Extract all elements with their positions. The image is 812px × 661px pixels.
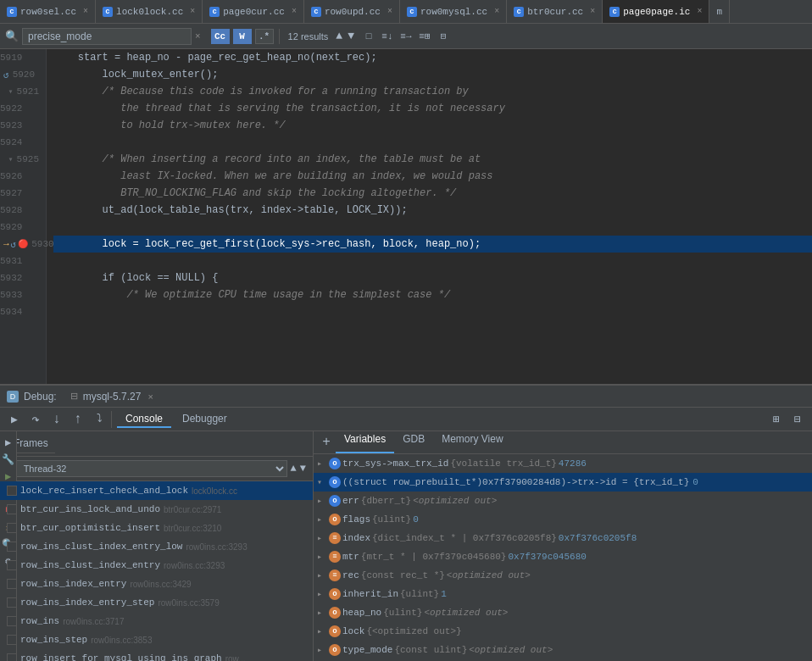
close-lock0lock[interactable]: × [190, 7, 195, 16]
debug-close-btn[interactable]: × [147, 392, 153, 402]
step-out-btn[interactable]: ↑ [69, 410, 87, 429]
var-expand-icon[interactable]: ▸ [317, 533, 327, 543]
step-over-btn[interactable]: ↷ [26, 410, 45, 429]
filter-btn[interactable]: ≡→ [398, 29, 414, 44]
close-row0upd[interactable]: × [387, 7, 392, 16]
var-row[interactable]: ▾o ((struct row_prebuilt_t*)0x7f37900284… [314, 473, 812, 492]
frame-item[interactable]: row_ins row0ins.cc:3717 [0, 612, 313, 630]
var-name: inherit_in [342, 589, 398, 599]
tab-more[interactable]: m [709, 0, 730, 24]
code-line-5927: BTR_NO_LOCKING_FLAG and skip the locking… [53, 185, 812, 202]
frame-item[interactable]: row_ins_clust_index_entry row0ins.cc:329… [0, 556, 313, 575]
var-expand-icon[interactable]: ▸ [317, 552, 327, 562]
var-expand-icon[interactable]: ▸ [317, 645, 327, 655]
var-row[interactable]: ▸o type_mode {const ulint} <optimized ou… [314, 641, 812, 659]
var-expand-icon[interactable]: ▸ [317, 458, 327, 469]
run-to-cursor-btn[interactable]: ⤵ [90, 410, 108, 429]
code-line-5920: lock_mutex_enter(); [53, 66, 812, 83]
debug-toolbar: ▶ ↷ ↓ ↑ ⤵ Console Debugger ⊞ ⊟ [0, 408, 812, 431]
thread-dropdown[interactable]: Thread-32 [16, 460, 287, 477]
whole-word-btn[interactable]: W [233, 29, 252, 44]
settings-btn[interactable]: ≡⊞ [416, 29, 433, 44]
var-row[interactable]: ▸≡ rec {const rec_t *} <optimized out> [314, 566, 812, 585]
expand-btn[interactable]: □ [360, 29, 377, 44]
var-value: 0x7f376c0205f8 [559, 533, 637, 543]
vars-add-btn[interactable]: + [317, 431, 336, 453]
var-type-str: {ulint} [383, 608, 422, 618]
frame-file: row0ins.cc:3293 [164, 561, 225, 570]
tab-row0mysql[interactable]: c row0mysql.cc × [400, 0, 507, 24]
close-page0page[interactable]: × [697, 7, 702, 16]
var-type-str: {volatile trx_id_t} [450, 458, 556, 469]
search-icon[interactable]: 🔍 [5, 30, 19, 43]
var-expand-icon[interactable]: ▾ [317, 477, 327, 487]
frame-item[interactable]: btr_cur_ins_lock_and_undo btr0cur.cc:297… [0, 500, 313, 519]
tab-debugger[interactable]: Debugger [174, 411, 236, 428]
restore-btn[interactable]: ⊞ [767, 410, 786, 429]
frames-header-row: Frames [0, 431, 313, 457]
resume-btn[interactable]: ▶ [5, 410, 24, 429]
case-sensitive-btn[interactable]: Cc [211, 29, 230, 44]
frame-item[interactable]: row_ins_step row0ins.cc:3853 [0, 630, 313, 649]
frame-item[interactable]: lock_rec_insert_check_and_lock lock0lock… [0, 481, 313, 500]
search-clear-btn[interactable]: × [195, 31, 201, 42]
var-row[interactable]: ▸o flags {ulint} 0 [314, 510, 812, 529]
thread-up-btn[interactable]: ▲ [291, 463, 297, 475]
code-line-5934 [53, 303, 812, 320]
split-btn[interactable]: ⊟ [788, 410, 807, 429]
close-row0mysql[interactable]: × [494, 7, 499, 16]
prev-result-btn[interactable]: ▲ [336, 30, 342, 42]
var-row[interactable]: ▸o lock {<optimized out>} [314, 622, 812, 641]
frame-item[interactable]: row_ins_index_entry_step row0ins.cc:3579 [0, 593, 313, 612]
tab-lock0lock[interactable]: c lock0lock.cc × [96, 0, 203, 24]
tab-console[interactable]: Console [117, 411, 171, 428]
side-resume-icon[interactable]: ▶ [1, 435, 16, 450]
code-line-5923: to hold trx->mutex here. */ [53, 117, 812, 134]
tab-btr0cur[interactable]: c btr0cur.cc × [507, 0, 603, 24]
var-expand-icon[interactable]: ▸ [317, 514, 327, 525]
var-row[interactable]: ▸o heap_no {ulint} <optimized out> [314, 603, 812, 622]
frame-file: row0ins.cc:3717 [63, 617, 124, 626]
thread-down-btn[interactable]: ▼ [300, 463, 306, 475]
filter-icon-btn[interactable]: ⊟ [435, 29, 452, 44]
var-row[interactable]: ▸o inherit_in {ulint} 1 [314, 585, 812, 603]
close-row0sel[interactable]: × [83, 7, 88, 16]
var-type-str: {<optimized out>} [366, 626, 461, 636]
var-value: 1 [441, 589, 447, 599]
code-line-5933: /* We optimize CPU time usage in the sim… [53, 286, 812, 303]
var-value: 0 [413, 514, 419, 525]
close-btr0cur[interactable]: × [590, 7, 595, 16]
code-line-5932: if (lock == NULL) { [53, 269, 812, 286]
var-row[interactable]: ▸o trx_sys->max_trx_id {volatile trx_id_… [314, 454, 812, 473]
tab-variables[interactable]: Variables [336, 431, 394, 453]
frame-item[interactable]: row_insert_for_mysql_using_ins_graph row… [0, 649, 313, 661]
var-expand-icon[interactable]: ▸ [317, 626, 327, 636]
tab-row0upd[interactable]: c row0upd.cc × [304, 0, 400, 24]
debug-session: mysql-5.7.27 [83, 391, 142, 403]
frame-file: row0ins.cc:3429 [130, 580, 191, 589]
var-expand-icon[interactable]: ▸ [317, 570, 327, 580]
var-expand-icon[interactable]: ▸ [317, 608, 327, 618]
tab-page0page[interactable]: c page0page.ic × [603, 0, 709, 24]
tab-page0cur[interactable]: c page0cur.cc × [203, 0, 304, 24]
frame-icon [7, 635, 17, 645]
code-line-5931 [53, 253, 812, 269]
multiline-btn[interactable]: ≡↓ [379, 29, 396, 44]
next-result-btn[interactable]: ▼ [348, 30, 354, 42]
var-expand-icon[interactable]: ▸ [317, 496, 327, 506]
frame-item[interactable]: row_ins_clust_index_entry_low row0ins.cc… [0, 537, 313, 556]
search-input[interactable] [22, 28, 192, 45]
frame-item[interactable]: btr_cur_optimistic_insert btr0cur.cc:321… [0, 519, 313, 537]
var-expand-icon[interactable]: ▸ [317, 589, 327, 599]
tab-gdb[interactable]: GDB [394, 431, 433, 453]
step-into-btn[interactable]: ↓ [47, 410, 66, 429]
tab-row0sel[interactable]: c row0sel.cc × [0, 0, 96, 24]
regex-btn[interactable]: .* [255, 29, 274, 44]
var-row[interactable]: ▸≡ mtr {mtr_t * | 0x7f379c045680} 0x7f37… [314, 547, 812, 566]
frame-item[interactable]: row_ins_index_entry row0ins.cc:3429 [0, 575, 313, 593]
close-page0cur[interactable]: × [292, 7, 297, 16]
var-row[interactable]: ▸≡ index {dict_index_t * | 0x7f376c0205f… [314, 529, 812, 547]
tab-memory-view[interactable]: Memory View [433, 431, 511, 453]
side-settings-icon[interactable]: 🔧 [1, 452, 16, 467]
var-row[interactable]: ▸o err {dberr_t} <optimized out> [314, 492, 812, 510]
